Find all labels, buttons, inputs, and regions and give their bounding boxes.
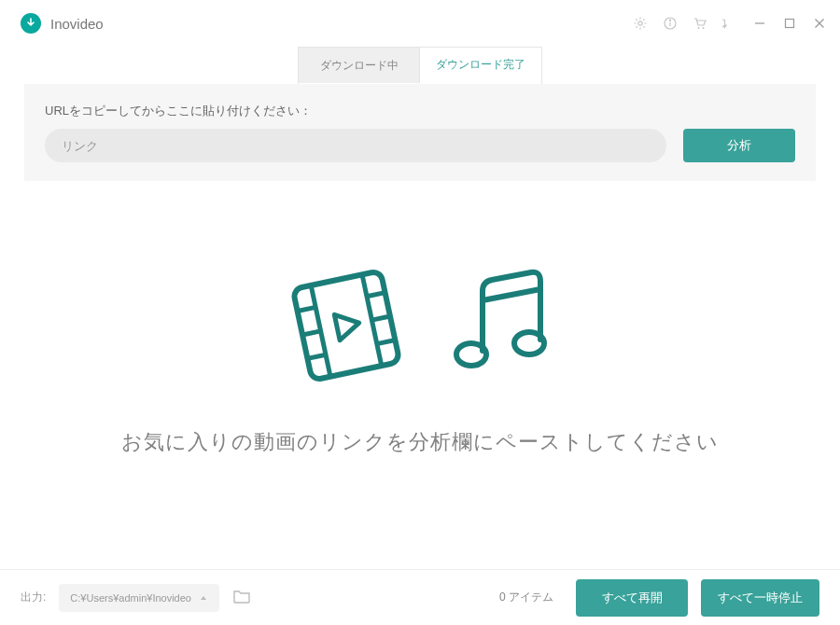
output-label: 出力: [21, 590, 46, 605]
music-note-icon [438, 265, 559, 386]
svg-point-20 [456, 343, 486, 366]
chat-icon[interactable] [722, 16, 737, 31]
empty-message: お気に入りの動画のリンクを分析欄にペーストしてください [121, 428, 719, 456]
tab-completed[interactable]: ダウンロード完了 [420, 48, 541, 83]
svg-point-3 [669, 20, 670, 21]
pause-all-button[interactable]: すべて一時停止 [701, 579, 819, 617]
svg-point-21 [514, 332, 544, 354]
analyze-button[interactable]: 分析 [683, 129, 795, 162]
svg-point-0 [638, 21, 642, 25]
tab-downloading[interactable]: ダウンロード中 [299, 48, 420, 83]
svg-line-18 [377, 340, 396, 343]
titlebar: Inovideo [0, 0, 840, 47]
empty-illustration [281, 260, 559, 391]
svg-line-15 [307, 354, 326, 358]
svg-point-4 [698, 27, 700, 29]
svg-line-14 [302, 331, 321, 335]
url-panel: URLをコピーしてからここに貼り付けください： 分析 [24, 84, 816, 181]
svg-line-19 [483, 289, 540, 300]
output-path: C:¥Users¥admin¥Inovideo [70, 592, 191, 604]
svg-line-16 [367, 293, 385, 297]
svg-line-17 [371, 316, 390, 320]
resume-all-button[interactable]: すべて再開 [576, 579, 688, 617]
item-count: 0 アイテム [499, 590, 553, 605]
open-folder-button[interactable] [232, 588, 251, 607]
cart-icon[interactable] [693, 16, 707, 31]
film-icon [281, 260, 412, 391]
url-input[interactable] [45, 129, 666, 162]
app-title: Inovideo [50, 16, 104, 32]
url-label: URLをコピーしてからここに貼り付けください： [45, 103, 795, 119]
output-path-selector[interactable]: C:¥Users¥admin¥Inovideo [59, 584, 219, 612]
app-logo [21, 13, 41, 34]
info-icon[interactable] [663, 16, 678, 31]
tabs: ダウンロード中 ダウンロード完了 [0, 47, 840, 84]
svg-rect-10 [293, 271, 400, 381]
maximize-button[interactable] [782, 16, 797, 31]
svg-point-5 [703, 27, 705, 29]
close-button[interactable] [812, 16, 827, 31]
minimize-button[interactable] [752, 16, 767, 31]
footer: 出力: C:¥Users¥admin¥Inovideo 0 アイテム すべて再開… [0, 569, 840, 625]
svg-line-13 [298, 307, 316, 311]
gear-icon[interactable] [633, 16, 648, 31]
svg-rect-7 [786, 20, 794, 28]
empty-state: お気に入りの動画のリンクを分析欄にペーストしてください [0, 181, 840, 535]
caret-up-icon [199, 593, 208, 603]
